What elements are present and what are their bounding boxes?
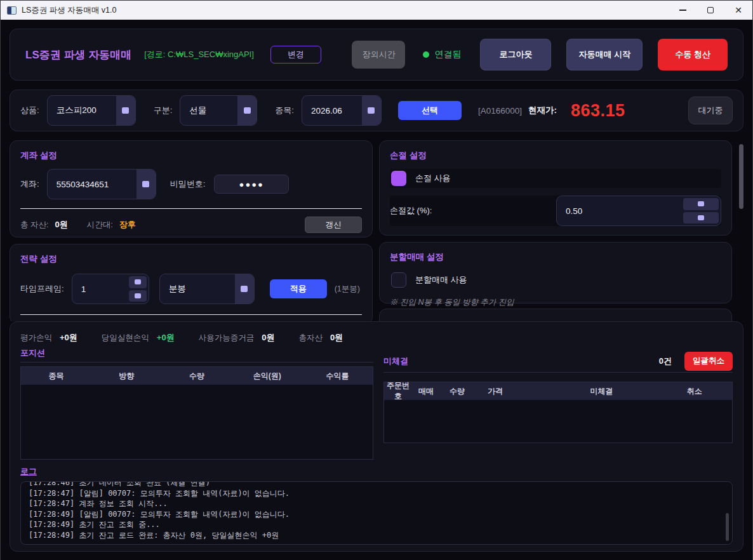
- dropdown-icon: [241, 286, 248, 292]
- next-panel-clipped: [379, 309, 732, 321]
- summary-item: 평가손익 +0원: [20, 332, 77, 343]
- total-asset-label: 총 자산:: [20, 220, 48, 230]
- split-note: ※ 진입 N봉 후 동일 방향 추가 진입: [390, 297, 721, 308]
- logout-button[interactable]: 로그아웃: [480, 39, 551, 70]
- settings-area: 계좌 설정 계좌: 55503434651 비밀번호: ●●●● 총 자산: 0…: [10, 140, 743, 321]
- session-label: 시간대:: [87, 220, 113, 230]
- password-label: 비밀번호:: [170, 178, 206, 190]
- symbol-select[interactable]: 2026.06: [302, 95, 382, 126]
- summary-item-label: 사용가능증거금: [199, 333, 255, 343]
- timeframe-spinner[interactable]: 1: [72, 274, 149, 304]
- auto-trade-start-button[interactable]: 자동매매 시작: [566, 39, 643, 70]
- stoploss-value-label: 손절값 (%):: [390, 205, 432, 217]
- change-path-button[interactable]: 변경: [270, 46, 321, 63]
- manual-liquidate-button[interactable]: 수동 청산: [658, 39, 728, 70]
- pending-column-header: 수량: [440, 386, 475, 397]
- dropdown-icon: [142, 181, 149, 187]
- divider: [20, 208, 362, 209]
- spinner-up-icon: [135, 279, 141, 284]
- dropdown-button[interactable]: [137, 170, 156, 199]
- stoploss-use-label: 손절 사용: [415, 173, 451, 184]
- log-box[interactable]: [17:28:46] 초기 데이터 조회 완료 (체결 연결)[17:28:47…: [20, 481, 733, 545]
- dropdown-icon: [122, 107, 129, 114]
- apply-button[interactable]: 적용: [270, 279, 327, 298]
- summary-item-value: +0원: [60, 332, 77, 343]
- product-card: 상품: 코스피200 구분: 선물 종목: 2026.06 선택 [A01660…: [10, 90, 743, 131]
- minimize-icon: [679, 10, 686, 10]
- log-line: [17:28:47] 계좌 정보 조회 시작...: [29, 498, 724, 509]
- positions-table-body: [21, 385, 373, 459]
- spinner-down-button[interactable]: [129, 290, 147, 302]
- symbol-code: [A0166000]: [478, 106, 522, 116]
- close-button[interactable]: ✕: [724, 1, 752, 20]
- log-line: [17:28:49] 초기 잔고 조회 중...: [29, 519, 724, 530]
- log-scrollbar-thumb[interactable]: [726, 513, 729, 541]
- pending-orders-section: 미체결 0건 일괄취소 주문번호매매수량가격미체결취소: [383, 347, 733, 460]
- summary-item: 당일실현손익 +0원: [102, 332, 175, 343]
- product-select[interactable]: 코스피200: [47, 95, 136, 126]
- app-title: LS증권 파생 자동매매: [25, 48, 131, 62]
- maximize-icon: [707, 7, 714, 13]
- close-icon: ✕: [735, 6, 742, 15]
- summary-item-value: 0원: [262, 332, 274, 343]
- account-select[interactable]: 55503434651: [47, 169, 156, 199]
- summary-item-value: 0원: [330, 332, 343, 343]
- dropdown-button[interactable]: [237, 96, 257, 125]
- dropdown-button[interactable]: [362, 96, 381, 125]
- titlebar: LS증권 파생 자동매매 v1.0 ✕: [1, 1, 752, 20]
- timeframe-label: 타임프레임:: [20, 283, 64, 295]
- positions-column-header: 손익(원): [232, 371, 302, 382]
- account-label: 계좌:: [20, 178, 39, 190]
- bottom-panel: 평가손익 +0원 당일실현손익 +0원 사용가능증거금 0원 총자산: [10, 321, 743, 552]
- dropdown-icon: [368, 107, 375, 114]
- positions-column-header: 방향: [91, 371, 162, 382]
- header-card: LS증권 파생 자동매매 [경로: C:₩LS_SEC₩xingAPI] 변경 …: [10, 29, 743, 81]
- symbol-label: 종목:: [275, 105, 294, 116]
- pending-column-header: 매매: [412, 386, 440, 397]
- password-field[interactable]: ●●●●: [214, 175, 289, 194]
- dropdown-button[interactable]: [235, 274, 254, 303]
- spinner-up-button[interactable]: [129, 276, 147, 288]
- window-title: LS증권 파생 자동매매 v1.0: [22, 5, 116, 16]
- timeframe-unit-select[interactable]: 분봉: [159, 274, 255, 304]
- pending-count: 0건: [659, 356, 672, 367]
- dropdown-button[interactable]: [116, 96, 135, 125]
- pending-table-body: [384, 400, 732, 443]
- positions-table: 종목방향수량손익(원)수익률: [20, 366, 373, 460]
- spinner-up-button[interactable]: [683, 198, 719, 210]
- pending-title: 미체결: [383, 356, 408, 367]
- log-line: [17:28:47] [알림] 00707: 모의투자 조회할 내역(자료)이 …: [29, 488, 724, 499]
- pending-column-header: 가격: [474, 386, 516, 397]
- split-use-checkbox[interactable]: [391, 272, 406, 288]
- strategy-panel-title: 전략 설정: [20, 253, 362, 265]
- split-panel-title: 분할매매 설정: [390, 251, 721, 263]
- pending-column-header: 미체결: [516, 386, 687, 397]
- current-price-value: 863.15: [571, 101, 625, 121]
- pending-orders-table: 주문번호매매수량가격미체결취소: [383, 382, 733, 443]
- cancel-all-button[interactable]: 일괄취소: [684, 352, 733, 371]
- account-panel-title: 계좌 설정: [20, 150, 362, 161]
- total-asset-value: 0원: [55, 219, 67, 230]
- log-section: 로그 [17:28:46] 초기 데이터 조회 완료 (체결 연결)[17:28…: [20, 466, 733, 545]
- log-line: [17:28:49] 초기 잔고 로드 완료: 총자산 0원, 당일실현손익 +…: [29, 530, 724, 541]
- settings-scrollbar[interactable]: [739, 143, 743, 319]
- minimize-button[interactable]: [669, 1, 696, 20]
- summary-item: 총자산 0원: [298, 332, 343, 343]
- type-select[interactable]: 선물: [180, 95, 257, 126]
- positions-column-header: 수익률: [302, 371, 373, 382]
- stoploss-use-checkbox[interactable]: [391, 171, 406, 186]
- stoploss-value-spinner[interactable]: 0.50: [556, 196, 721, 226]
- maximize-button[interactable]: [696, 1, 724, 20]
- waiting-status-badge: 대기중: [688, 97, 733, 124]
- positions-title: 포지션: [20, 347, 45, 359]
- settings-scrollbar-thumb[interactable]: [739, 144, 743, 209]
- current-price-label: 현재가:: [528, 105, 557, 116]
- stoploss-settings-panel: 손절 설정 손절 사용 손절값 (%): 0.50: [379, 140, 732, 236]
- select-button[interactable]: 선택: [398, 101, 462, 120]
- market-status-badge: 장외시간: [352, 41, 405, 69]
- app-icon: [7, 6, 17, 15]
- refresh-button[interactable]: 갱신: [305, 217, 362, 233]
- pending-column-header: 취소: [687, 386, 702, 397]
- main-content: LS증권 파생 자동매매 [경로: C:₩LS_SEC₩xingAPI] 변경 …: [1, 20, 752, 560]
- spinner-down-button[interactable]: [683, 212, 719, 224]
